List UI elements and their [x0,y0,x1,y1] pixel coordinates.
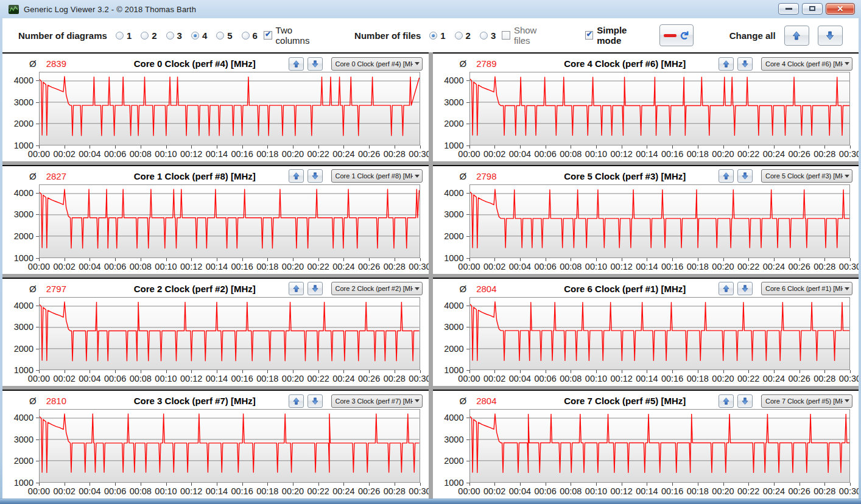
plot-area [39,409,420,483]
radio-icon [242,32,250,40]
signal-select-value: Core 2 Clock (perf #2) [MH [336,285,413,292]
x-axis-label: 00:12 [611,486,633,496]
diagram-count-radio-5[interactable]: 5 [216,30,232,41]
show-files-checkbox[interactable]: Show files [502,25,554,46]
move-up-button[interactable] [719,169,734,183]
x-axis-label: 00:14 [636,486,658,496]
x-axis-label: 00:08 [560,149,582,159]
chart-title: Core 3 Clock (perf #7) [MHz] [101,396,289,406]
signal-select[interactable]: Core 4 Clock (perf #6) [MH [761,57,852,71]
file-count-radio-3[interactable]: 3 [480,30,496,41]
y-axis-label: 3000 [444,322,463,332]
file-count-radio-1[interactable]: 1 [429,30,445,41]
radio-icon [429,32,437,40]
refresh-icon: ↻ [679,30,691,40]
titlebar[interactable]: Generic Log Viewer 3.2 - © 2018 Thomas B… [2,0,859,18]
move-down-button[interactable] [308,282,323,295]
move-down-button[interactable] [737,282,753,295]
x-axis-label: 00:06 [104,149,126,159]
plot-area [469,297,851,371]
arrow-up-icon [722,397,730,405]
move-up-button[interactable] [719,282,734,295]
two-columns-checkbox[interactable]: Two columns [264,25,327,46]
move-up-button[interactable] [289,169,304,183]
move-up-button[interactable] [719,394,734,408]
move-down-button[interactable] [308,57,323,71]
radio-icon [455,32,463,40]
x-axis-label: 00:10 [155,374,177,383]
signal-select[interactable]: Core 2 Clock (perf #2) [MH [331,282,423,295]
signal-select[interactable]: Core 6 Clock (perf #1) [MH [761,282,852,295]
checkbox-icon [502,31,510,40]
diagram-count-radio-1[interactable]: 1 [116,30,132,41]
x-axis-label: 00:06 [104,374,126,383]
signal-select[interactable]: Core 1 Clock (perf #8) [MH [331,169,423,183]
file-count-radio-2[interactable]: 2 [455,30,471,41]
move-up-button[interactable] [289,57,304,71]
y-axis-label: 3000 [444,209,463,219]
radio-icon [116,32,124,40]
diagram-count-radio-2[interactable]: 2 [141,30,156,41]
restore-button[interactable] [802,3,823,15]
x-axis-label: 00:16 [661,374,683,383]
diagram-count-radio-3[interactable]: 3 [166,30,182,41]
minimize-button[interactable] [778,3,799,15]
y-axis-label: 3000 [444,435,463,444]
move-up-button[interactable] [719,57,734,71]
close-button[interactable]: ✕ [826,3,855,15]
x-axis-label: 00:06 [534,486,556,496]
line-style-refresh-button[interactable]: ↻ [659,24,694,46]
checkbox-icon [264,31,272,40]
chart-body: 4000300020001000 00:0000:0200:0400:0600:… [440,184,851,273]
chart-title: Core 2 Clock (perf #2) [MHz] [101,284,289,294]
average-value: 2827 [46,171,66,181]
radio-label: 3 [177,30,182,41]
signal-select[interactable]: Core 5 Clock (perf #3) [MH [761,169,852,183]
change-all-down-button[interactable] [818,26,843,46]
diagrams-label: Number of diagrams [18,30,107,41]
signal-select[interactable]: Core 3 Clock (perf #7) [MH [331,394,423,408]
move-down-button[interactable] [308,394,323,408]
move-up-button[interactable] [289,282,304,295]
x-axis-tick [850,370,851,373]
signal-select[interactable]: Core 0 Clock (perf #4) [MH [331,57,423,71]
x-axis-label: 00:12 [180,486,202,496]
signal-select[interactable]: Core 7 Clock (perf #5) [MH [761,394,852,408]
y-axis: 4000300020001000 [440,297,469,371]
chevron-down-icon [845,62,849,65]
move-down-button[interactable] [737,394,753,408]
red-line-icon [664,34,676,37]
x-axis-label: 00:10 [585,486,607,496]
chart-header: Ø 2797 Core 2 Clock (perf #2) [MHz] Core… [10,281,423,297]
chevron-down-icon [845,287,849,290]
x-axis-label: 00:02 [483,374,505,383]
x-axis-label: 00:04 [509,149,531,159]
y-axis-label: 3000 [14,435,33,444]
x-axis-label: 00:24 [763,262,785,271]
move-down-button[interactable] [737,57,753,71]
y-axis-label: 2000 [444,119,463,128]
simple-mode-checkbox[interactable]: Simple mode [585,25,652,46]
x-axis-tick [420,370,421,373]
move-up-button[interactable] [289,394,304,408]
diagram-count-radio-4[interactable]: 4 [191,30,207,41]
average-value: 2789 [476,58,496,69]
diagram-count-radio-6[interactable]: 6 [242,30,258,41]
x-axis-label: 00:02 [483,486,505,496]
change-all-up-button[interactable] [784,26,809,46]
line-plot [469,72,851,145]
x-axis-label: 00:02 [54,486,76,496]
x-axis-label: 00:20 [282,374,304,383]
move-down-button[interactable] [737,169,753,183]
x-axis-label: 00:22 [737,374,759,383]
move-down-button[interactable] [308,169,323,183]
radio-label: 2 [466,30,471,41]
x-axis-label: 00:16 [661,149,683,159]
x-axis-label: 00:24 [332,262,354,271]
average-symbol: Ø [460,396,467,406]
chart-body: 4000300020001000 00:0000:0200:0400:0600:… [10,297,420,385]
line-plot [469,184,851,258]
x-axis-label: 00:02 [483,149,505,159]
chart-panel: Ø 2810 Core 3 Clock (perf #7) [MHz] Core… [2,390,429,499]
y-axis-label: 4000 [444,75,463,85]
